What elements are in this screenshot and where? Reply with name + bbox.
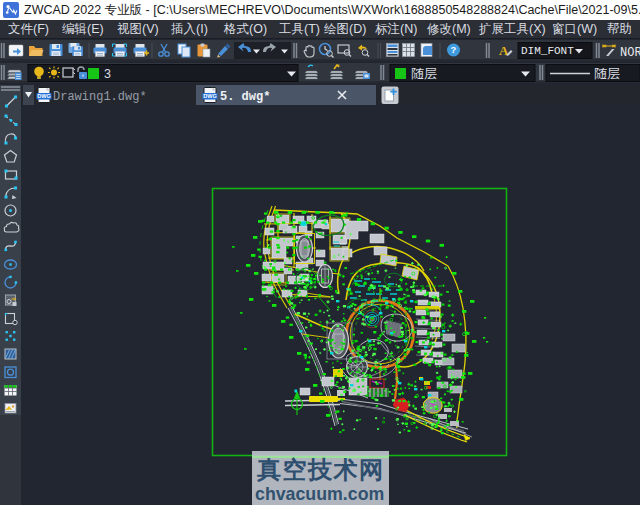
svg-text:NORM: NORM [620, 46, 640, 60]
svg-text:?: ? [451, 44, 457, 55]
svg-text:随层: 随层 [594, 66, 620, 81]
svg-text:随层: 随层 [411, 66, 437, 81]
svg-text:DWG: DWG [37, 93, 50, 99]
svg-text:3: 3 [104, 67, 111, 81]
svg-text:DIM_FONT: DIM_FONT [521, 45, 574, 57]
svg-text:DWG: DWG [203, 93, 216, 99]
svg-text:5. dwg*: 5. dwg* [220, 90, 270, 104]
svg-text:Drawing1.dwg*: Drawing1.dwg* [53, 90, 147, 104]
